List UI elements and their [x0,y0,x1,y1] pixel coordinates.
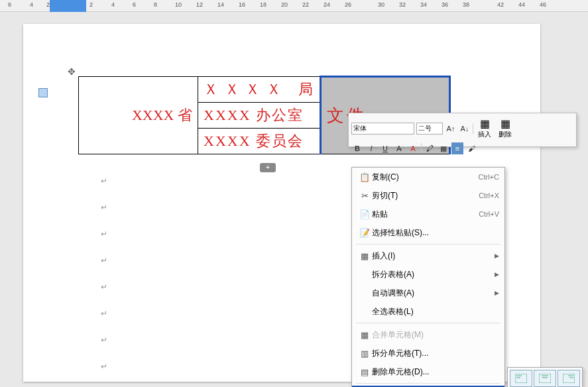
menu-item[interactable]: ▦插入(I)▶ [352,247,504,265]
context-menu: 📋复制(C)Ctrl+C✂剪切(T)Ctrl+X📄粘贴Ctrl+V📝选择性粘贴(… [351,167,505,387]
menu-icon: 📄 [357,209,372,219]
font-color-button[interactable]: A [407,142,419,154]
table-cell[interactable]: Ｘ Ｘ Ｘ Ｘ 局 [198,77,321,103]
font-name-input[interactable] [351,123,414,135]
highlight-button[interactable]: 🖍 [424,142,436,154]
insert-button[interactable]: ▦插入 [475,116,494,140]
svg-rect-6 [563,374,575,383]
menu-item[interactable]: 全选表格(L) [352,302,504,321]
delete-button[interactable]: ▦删除 [496,116,514,140]
format-painter-button[interactable]: 🖌 [465,142,477,154]
menu-label: 拆分表格(A) [372,269,495,280]
menu-item[interactable]: 拆分表格(A)▶ [352,265,504,284]
menu-label: 粘贴 [372,209,479,220]
paragraph-mark-icon: ↵ [101,176,107,186]
border-button[interactable]: ▦ [438,142,449,154]
align-top-left-button[interactable] [510,370,532,387]
menu-shortcut: Ctrl+X [479,192,499,199]
decrease-font-button[interactable]: A↓ [459,123,471,135]
page-area: ✥ XXXX 省 Ｘ Ｘ Ｘ Ｘ 局 文件 XXXX 办公室 XXXX 委员会 … [0,12,588,387]
paragraph-mark-icon: ↵ [101,256,107,265]
menu-item[interactable]: ▤删除单元格(D)... [352,362,504,381]
bold-button[interactable]: B [351,142,363,154]
menu-label: 删除单元格(D)... [372,366,499,378]
add-row-button[interactable]: + [260,163,276,172]
menu-item[interactable]: 📋复制(C)Ctrl+C [352,168,504,186]
menu-label: 全选表格(L) [372,306,499,317]
paragraph-mark-icon: ↵ [101,203,107,212]
svg-rect-0 [515,374,527,383]
menu-item[interactable]: ✂剪切(T)Ctrl+X [352,186,504,205]
menu-item[interactable]: 📄粘贴Ctrl+V [352,205,504,223]
increase-font-button[interactable]: A↑ [445,123,457,135]
table-cell[interactable]: XXXX 办公室 [198,103,321,129]
menu-icon: ▤ [357,367,372,377]
menu-item[interactable]: 📝选择性粘贴(S)... [352,223,504,242]
menu-icon: ▦ [357,251,372,261]
menu-icon: ✂ [357,191,372,201]
menu-item[interactable]: 自动调整(A)▶ [352,284,504,302]
svg-rect-3 [539,374,551,383]
horizontal-ruler: 6 4 2 2 4 6 8 10 12 14 16 18 20 22 24 26… [0,0,588,12]
paragraph-indicator-icon[interactable] [38,88,48,97]
menu-shortcut: Ctrl+V [479,210,499,218]
submenu-arrow-icon: ▶ [495,252,499,259]
menu-label: 复制(C) [372,172,479,183]
align-top-right-button[interactable] [558,370,580,387]
strikethrough-button[interactable]: A̶ [393,142,405,154]
paragraph-mark-icon: ↵ [101,362,107,371]
paragraph-mark-icon: ↵ [101,335,107,345]
table-move-handle-icon[interactable]: ✥ [68,66,76,77]
menu-label: 拆分单元格(T)... [372,348,499,359]
italic-button[interactable]: I [365,142,377,154]
menu-label: 合并单元格(M) [372,329,499,341]
submenu-arrow-icon: ▶ [495,290,499,296]
ruler-indent-region[interactable] [50,0,86,12]
menu-icon: 📝 [357,228,372,238]
menu-label: 自动调整(A) [372,288,495,299]
submenu-arrow-icon: ▶ [495,271,499,278]
paragraph-mark-icon: ↵ [101,229,107,239]
font-size-input[interactable] [416,123,443,135]
align-button[interactable]: ≡ [451,142,463,154]
table-cell[interactable]: XXXX 省 [79,77,198,154]
menu-icon: ▥ [357,349,372,359]
cell-alignment-submenu [507,367,583,387]
menu-icon: ▦ [357,330,372,340]
menu-label: 剪切(T) [372,190,479,201]
menu-label: 插入(I) [372,250,495,262]
menu-icon: 📋 [357,172,372,182]
menu-item: ▦合并单元格(M) [352,325,504,344]
underline-button[interactable]: U [379,142,391,154]
paragraph-mark-icon: ↵ [101,282,107,292]
table-cell[interactable]: XXXX 委员会 [198,129,321,154]
align-top-center-button[interactable] [534,370,556,387]
menu-label: 选择性粘贴(S)... [372,227,499,239]
paragraph-mark-icon: ↵ [101,309,107,318]
menu-item[interactable]: ▥拆分单元格(T)... [352,344,504,362]
menu-shortcut: Ctrl+C [479,173,499,181]
table-row: XXXX 省 Ｘ Ｘ Ｘ Ｘ 局 文件 [79,77,450,103]
mini-toolbar: A↑ A↓ ▦插入 ▦删除 B I U A̶ A 🖍 ▦ ≡ 🖌 [348,113,577,147]
